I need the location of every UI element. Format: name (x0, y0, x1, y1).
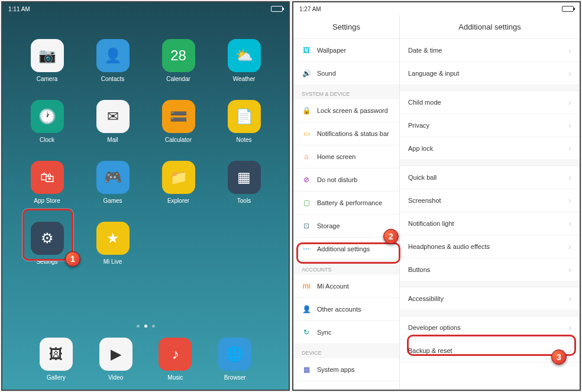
settings-row-home-screen[interactable]: ⌂Home screen (293, 145, 399, 169)
app-weather[interactable]: ⛅Weather (221, 39, 268, 82)
app-settings[interactable]: ⚙Settings (24, 222, 71, 265)
detail-row-language-input[interactable]: Language & input› (400, 62, 580, 85)
app-contacts[interactable]: 👤Contacts (89, 39, 137, 82)
app-label: Tools (237, 197, 251, 204)
section-header: SYSTEM & DEVICE (293, 85, 399, 99)
detail-row-headphones-audio-effects[interactable]: Headphones & audio effects› (400, 235, 580, 258)
status-bar-left: 1:11 AM (2, 2, 289, 15)
detail-row-privacy[interactable]: Privacy› (400, 114, 580, 137)
milive-icon: ★ (96, 222, 130, 255)
app-app-store[interactable]: 🛍App Store (24, 161, 71, 204)
gallery-icon: 🖼 (40, 338, 73, 371)
app-mail[interactable]: ✉Mail (89, 100, 137, 143)
section-spacer (400, 160, 580, 166)
app-mi-live[interactable]: ★Mi Live (89, 222, 137, 265)
settings-row-wallpaper[interactable]: 🖼Wallpaper (293, 39, 399, 62)
section-spacer (400, 281, 580, 287)
row-label: Do not disturb (317, 176, 391, 183)
explorer-icon: 📁 (162, 161, 195, 194)
settings-detail-list: Additional settings Date & time›Language… (400, 15, 580, 390)
settings-row-notifications-status-bar[interactable]: ▭Notifications & status bar (293, 122, 399, 145)
sync-icon: ↻ (302, 328, 311, 337)
weather-icon: ⛅ (228, 39, 261, 72)
row-label: Accessibility (408, 295, 568, 302)
app-label: Calculator (165, 137, 192, 143)
settings-row-system-apps[interactable]: ▦System apps (293, 358, 399, 381)
settings-row-other-accounts[interactable]: 👤Other accounts (293, 298, 399, 321)
chevron-right-icon: › (568, 121, 571, 130)
app-label: Music (167, 374, 183, 381)
row-label: Home screen (317, 153, 391, 160)
detail-row-app-lock[interactable]: App lock› (400, 137, 580, 160)
detail-row-developer-options[interactable]: Developer options› (400, 316, 580, 339)
row-label: Backup & reset (408, 347, 568, 354)
row-label: Sync (317, 329, 391, 336)
calculator-icon: 🟰 (162, 100, 195, 133)
settings-row-mi-account[interactable]: miMi Account (293, 275, 399, 298)
app-explorer[interactable]: 📁Explorer (155, 161, 202, 204)
accounts-icon: 👤 (302, 304, 311, 314)
settings-row-battery-performance[interactable]: ▢Battery & performance (293, 192, 399, 215)
chevron-right-icon: › (568, 144, 571, 153)
wallpaper-icon: 🖼 (302, 46, 311, 55)
storage-icon: ⊡ (302, 221, 311, 231)
chevron-right-icon: › (568, 346, 571, 355)
settings-row-do-not-disturb[interactable]: ⊘Do not disturb (293, 169, 399, 192)
app-label: Notes (236, 137, 251, 143)
settings-row-storage[interactable]: ⊡Storage (293, 215, 399, 238)
battery-icon (562, 6, 574, 12)
app-label: Games (103, 197, 122, 204)
settings-row-additional-settings[interactable]: ⋯Additional settings (293, 238, 399, 261)
home-grid: 📷Camera👤Contacts28Calendar⛅Weather🕐Clock… (2, 15, 289, 265)
row-label: Sound (317, 70, 391, 77)
app-label: Calendar (166, 76, 190, 82)
settings-title: Settings (293, 15, 399, 39)
lock-icon: 🔒 (302, 106, 311, 115)
detail-row-date-time[interactable]: Date & time› (400, 39, 580, 62)
detail-title: Additional settings (400, 15, 580, 39)
sound-icon: 🔊 (302, 69, 311, 78)
status-time: 1:27 AM (299, 6, 321, 12)
more-icon: ⋯ (302, 244, 311, 254)
app-label: Video (108, 374, 123, 381)
dock-app-browser[interactable]: 🌐Browser (211, 338, 258, 381)
detail-row-child-mode[interactable]: Child mode› (400, 91, 580, 114)
detail-row-quick-ball[interactable]: Quick ball› (400, 166, 580, 189)
dock-app-video[interactable]: ▶Video (92, 338, 140, 381)
settings-master-list: Settings 🖼Wallpaper🔊SoundSYSTEM & DEVICE… (293, 15, 400, 390)
chevron-right-icon: › (568, 219, 571, 228)
chevron-right-icon: › (568, 173, 571, 182)
video-icon: ▶ (99, 338, 132, 371)
detail-row-accessibility[interactable]: Accessibility› (400, 287, 580, 310)
dock-app-gallery[interactable]: 🖼Gallery (33, 338, 80, 381)
app-clock[interactable]: 🕐Clock (24, 100, 71, 143)
detail-row-buttons[interactable]: Buttons› (400, 258, 580, 281)
row-label: System apps (317, 366, 391, 373)
detail-row-backup-reset[interactable]: Backup & reset› (400, 339, 580, 362)
notes-icon: 📄 (228, 100, 261, 133)
dnd-icon: ⊘ (302, 175, 311, 184)
detail-row-screenshot[interactable]: Screenshot› (400, 189, 580, 212)
games-icon: 🎮 (96, 161, 130, 194)
settings-row-lock-screen-password[interactable]: 🔒Lock screen & password (293, 99, 399, 122)
settings-row-sound[interactable]: 🔊Sound (293, 62, 399, 85)
app-tools[interactable]: ▦Tools (221, 161, 268, 204)
chevron-right-icon: › (568, 323, 571, 332)
camera-icon: 📷 (31, 39, 64, 72)
dock-app-music[interactable]: ♪Music (151, 338, 199, 381)
app-calculator[interactable]: 🟰Calculator (155, 100, 202, 143)
row-label: Other accounts (317, 306, 391, 313)
browser-icon: 🌐 (218, 338, 251, 371)
row-label: Headphones & audio effects (408, 243, 568, 250)
mail-icon: ✉ (96, 100, 130, 133)
detail-row-notification-light[interactable]: Notification light› (400, 212, 580, 235)
chevron-right-icon: › (568, 98, 571, 107)
app-games[interactable]: 🎮Games (89, 161, 137, 204)
app-camera[interactable]: 📷Camera (24, 39, 71, 82)
app-notes[interactable]: 📄Notes (221, 100, 268, 143)
home-screen: 1:11 AM 📷Camera👤Contacts28Calendar⛅Weath… (1, 1, 290, 391)
row-label: Notifications & status bar (317, 130, 391, 137)
app-label: Explorer (167, 197, 189, 204)
app-calendar[interactable]: 28Calendar (155, 39, 202, 82)
settings-row-sync[interactable]: ↻Sync (293, 321, 399, 344)
